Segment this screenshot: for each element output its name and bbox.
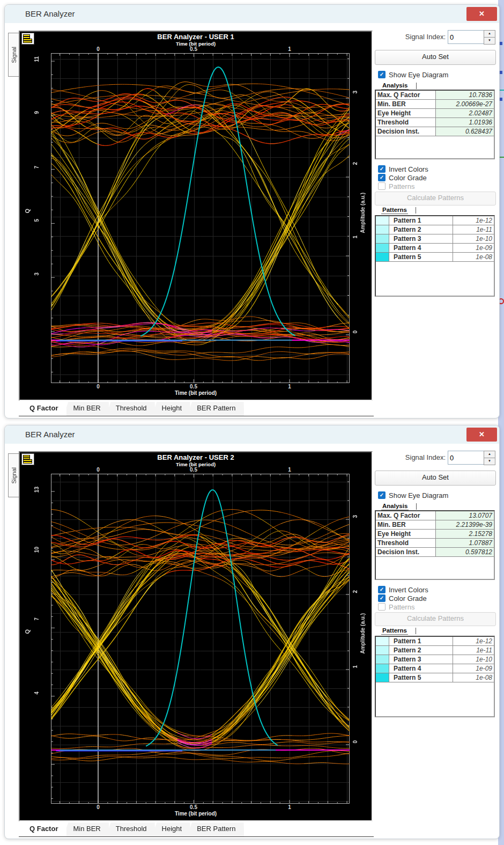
eye-diagram-canvas[interactable] xyxy=(51,474,350,804)
pattern-value: 1e-08 xyxy=(453,253,494,261)
color-grade-checkbox[interactable]: ✓ xyxy=(378,594,386,602)
pattern-name: Pattern 2 xyxy=(389,225,453,234)
signal-index-input[interactable] xyxy=(448,451,484,465)
tab-signal[interactable]: Signal xyxy=(8,33,20,77)
analysis-metric-value: 2.00669e-27 xyxy=(436,100,494,108)
auto-set-button[interactable]: Auto Set xyxy=(375,50,496,65)
y-right-tick-label: 1 xyxy=(352,236,358,239)
color-grade-checkbox-row: ✓Color Grade xyxy=(378,594,427,602)
plot-tab-label: Height xyxy=(162,404,182,412)
tab-signal[interactable]: Signal xyxy=(8,453,20,497)
check-icon: ✓ xyxy=(380,492,384,498)
show-eye-diagram-checkbox[interactable]: ✓ xyxy=(378,491,386,499)
y-right-tick-label: 2 xyxy=(352,590,358,593)
show-eye-diagram-checkbox-row: ✓Show Eye Diagram xyxy=(378,70,448,79)
y-left-tick-label: 13 xyxy=(34,487,40,493)
spinner-down-icon: ▼ xyxy=(488,459,491,462)
window-titlebar[interactable]: BER Analyzer✕ xyxy=(5,425,499,444)
show-eye-diagram-checkbox[interactable]: ✓ xyxy=(378,71,386,78)
plot-tab-ber-pattern[interactable]: BER Pattern xyxy=(187,402,244,416)
plot-tab-height[interactable]: Height xyxy=(152,402,191,416)
x-tick-label: 0 xyxy=(97,384,100,390)
close-button[interactable]: ✕ xyxy=(466,7,497,21)
patterns-checkbox xyxy=(378,603,386,611)
plot-tab-label: Threshold xyxy=(116,825,147,833)
pattern-color-swatch xyxy=(376,253,389,261)
window-titlebar[interactable]: BER Analyzer✕ xyxy=(5,5,499,23)
pattern-value: 1e-11 xyxy=(453,646,494,655)
pattern-value: 1e-10 xyxy=(453,655,494,664)
tab-patterns[interactable]: Patterns xyxy=(381,207,416,214)
pattern-value: 1e-10 xyxy=(453,234,494,243)
plot-tab-threshold[interactable]: Threshold xyxy=(106,822,155,836)
tab-analysis-label: Analysis xyxy=(381,82,409,90)
plot-tab-label: Threshold xyxy=(116,404,147,412)
spinner-up-icon: ▲ xyxy=(488,452,491,455)
y-left-tick-label: 9 xyxy=(34,111,40,114)
analysis-metric-label: Threshold xyxy=(376,118,436,127)
tab-analysis[interactable]: Analysis xyxy=(381,503,417,510)
tab-divider xyxy=(416,207,416,214)
analysis-metric-label: Decision Inst. xyxy=(376,548,436,556)
plot-tab-label: Min BER xyxy=(73,825,100,833)
window-title: BER Analyzer xyxy=(25,9,75,18)
invert-colors-checkbox[interactable]: ✓ xyxy=(378,586,386,593)
x-tick-label: 0 xyxy=(97,804,100,810)
y-left-tick-label: 10 xyxy=(34,547,40,553)
eye-diagram-area: BER Analyzer - USER 1Time (bit period)00… xyxy=(20,32,372,400)
invert-colors-checkbox[interactable]: ✓ xyxy=(378,165,386,173)
tab-bar-rule xyxy=(19,836,374,839)
eye-diagram-area: BER Analyzer - USER 2Time (bit period)00… xyxy=(20,452,372,820)
spinner-down-button[interactable]: ▼ xyxy=(484,458,495,465)
spinner-down-button[interactable]: ▼ xyxy=(484,37,495,45)
spinner-up-button[interactable]: ▲ xyxy=(484,30,495,38)
analysis-metric-value: 2.15278 xyxy=(436,530,494,538)
eye-diagram-canvas[interactable] xyxy=(51,53,350,383)
x-tick-label: 1 xyxy=(288,384,291,390)
analysis-metric-value: 0.597812 xyxy=(436,548,494,556)
patterns-table: Pattern 11e-12Pattern 21e-11Pattern 31e-… xyxy=(375,636,495,717)
plot-tab-height[interactable]: Height xyxy=(152,822,191,836)
plot-tab-label: BER Pattern xyxy=(197,404,235,412)
y-right-tick-label: 0 xyxy=(352,740,358,744)
analysis-row: Decision Inst.0.597812 xyxy=(376,548,494,557)
analysis-metric-label: Decision Inst. xyxy=(376,127,436,136)
color-grade-checkbox-row: ✓Color Grade xyxy=(378,173,427,182)
color-grade-checkbox[interactable]: ✓ xyxy=(378,174,386,181)
pattern-value: 1e-12 xyxy=(453,637,494,645)
spinner-up-button[interactable]: ▲ xyxy=(484,451,495,458)
pattern-row: Pattern 21e-11 xyxy=(376,646,494,655)
plot-title: BER Analyzer - USER 1 xyxy=(20,33,372,41)
tab-signal-label: Signal xyxy=(11,467,17,484)
y-left-tick-label: 7 xyxy=(34,166,40,169)
control-panel: Signal Index:▲▼Auto Set✓Show Eye Diagram… xyxy=(375,30,497,414)
x-tick-label: 1 xyxy=(288,46,291,52)
pattern-color-swatch xyxy=(376,244,389,252)
analysis-metric-label: Min. BER xyxy=(376,520,436,529)
auto-set-button[interactable]: Auto Set xyxy=(375,471,496,486)
pattern-name: Pattern 4 xyxy=(389,664,453,673)
close-button[interactable]: ✕ xyxy=(466,428,497,442)
tab-analysis-label: Analysis xyxy=(381,503,409,510)
signal-index-input[interactable] xyxy=(448,30,484,44)
invert-colors-checkbox-label: Invert Colors xyxy=(389,586,428,594)
plot-tab-q-factor[interactable]: Q Factor xyxy=(20,402,66,416)
tab-analysis[interactable]: Analysis xyxy=(381,82,417,90)
spinner-up-icon: ▲ xyxy=(488,32,491,35)
tab-divider xyxy=(416,503,417,510)
plot-tab-label: Min BER xyxy=(73,404,100,412)
check-icon: ✓ xyxy=(380,595,384,601)
analysis-metric-value: 13.0707 xyxy=(436,511,494,520)
plot-tab-q-factor[interactable]: Q Factor xyxy=(20,822,66,836)
pattern-name: Pattern 4 xyxy=(389,244,453,252)
plot-tab-ber-pattern[interactable]: BER Pattern xyxy=(187,822,244,836)
plot-tab-min-ber[interactable]: Min BER xyxy=(63,822,109,836)
x-tick-label: 0 xyxy=(97,467,100,473)
pattern-row: Pattern 41e-09 xyxy=(376,244,494,253)
analysis-row: Threshold1.07887 xyxy=(376,539,494,548)
plot-tab-threshold[interactable]: Threshold xyxy=(106,402,155,416)
tab-patterns[interactable]: Patterns xyxy=(381,627,416,635)
plot-tab-min-ber[interactable]: Min BER xyxy=(63,402,109,416)
plot-tab-label: Q Factor xyxy=(29,825,58,833)
x-tick-label: 0.5 xyxy=(190,467,197,473)
